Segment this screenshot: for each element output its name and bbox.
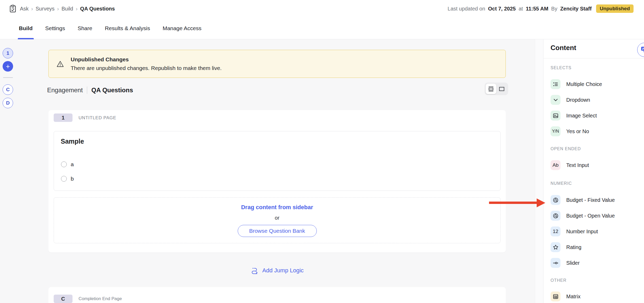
browse-question-bank-button[interactable]: Browse Question Bank — [238, 225, 317, 237]
single-view-icon — [498, 86, 505, 92]
rail-page-1-button[interactable]: 1 — [3, 48, 13, 58]
sidebar-title: Content — [551, 44, 576, 52]
single-view-toggle[interactable] — [496, 84, 507, 94]
last-updated-date: Oct 7, 2025 — [488, 6, 516, 12]
sidebar-item-label: Budget - Fixed Value — [566, 197, 615, 203]
question-card[interactable]: Sample a b — [54, 131, 501, 191]
text-input-icon: Ab — [551, 160, 560, 170]
scrollbar-track — [535, 39, 543, 303]
title-divider — [87, 86, 87, 94]
by-label: By — [551, 6, 557, 12]
clipboard-check-icon — [9, 5, 16, 13]
content-dropzone[interactable]: Drag content from sidebar or Browse Ques… — [54, 197, 501, 243]
section-label-open-ended: OPEN ENDED — [551, 147, 581, 151]
survey-page-card: 1 UNTITLED PAGE Sample a b Drag content … — [48, 110, 506, 252]
sidebar-item-label: Matrix — [566, 294, 580, 300]
breadcrumb-separator: › — [57, 6, 59, 12]
breadcrumb-separator: › — [76, 6, 77, 12]
unpublished-changes-banner: Unpublished Changes There are unpublishe… — [48, 50, 506, 78]
rail-completion-button[interactable]: C — [3, 84, 13, 95]
page-number-badge[interactable]: 1 — [54, 113, 73, 122]
breadcrumb-surveys[interactable]: Surveys — [36, 6, 54, 12]
banner-message: There are unpublished changes. Republish… — [71, 65, 222, 71]
translate-icon: A — [641, 46, 644, 53]
rail-disqualification-button[interactable]: D — [3, 98, 13, 108]
sidebar-item-label: Number Input — [566, 229, 598, 235]
jump-logic-label: Add Jump Logic — [262, 267, 304, 274]
budget-donut-icon — [551, 211, 560, 221]
view-toggle — [485, 83, 508, 95]
sidebar-item-label: Yes or No — [566, 128, 589, 134]
tab-share[interactable]: Share — [77, 17, 92, 39]
budget-donut-icon — [551, 195, 560, 205]
last-updated-time: 11:55 AM — [526, 6, 548, 12]
dropzone-drag-label: Drag content from sidebar — [241, 204, 313, 211]
breadcrumb-current: QA Questions — [80, 6, 115, 12]
tab-manage-access[interactable]: Manage Access — [163, 17, 201, 39]
image-icon — [551, 111, 560, 121]
add-jump-logic-button[interactable]: Add Jump Logic — [48, 263, 506, 278]
sidebar-item-label: Multiple Choice — [566, 81, 602, 87]
matrix-table-icon — [551, 291, 560, 301]
breadcrumb: Ask › Surveys › Build › QA Questions — [9, 5, 115, 13]
sidebar-item-text-input[interactable]: Ab Text Input — [551, 160, 589, 170]
last-updated-prefix: Last updated on — [448, 6, 485, 12]
tab-build[interactable]: Build — [19, 17, 33, 39]
breadcrumb-build[interactable]: Build — [62, 6, 73, 12]
answer-option: b — [61, 176, 74, 182]
completion-end-page-card: C Completion End Page — [48, 287, 506, 303]
completion-badge[interactable]: C — [54, 295, 73, 303]
section-label-numeric: NUMERIC — [551, 181, 572, 186]
sidebar-item-rating[interactable]: Rating — [551, 242, 581, 252]
sidebar-item-label: Slider — [566, 260, 580, 266]
sidebar-item-multiple-choice[interactable]: Multiple Choice — [551, 79, 602, 89]
slider-icon — [551, 258, 560, 268]
number-input-icon: 12 — [551, 226, 560, 236]
banner-title: Unpublished Changes — [71, 56, 222, 63]
warning-icon — [57, 61, 64, 67]
tab-settings[interactable]: Settings — [45, 17, 65, 39]
multiple-choice-icon — [551, 79, 560, 89]
sidebar-item-label: Image Select — [566, 113, 597, 119]
star-icon — [551, 242, 560, 252]
sidebar-item-matrix[interactable]: Matrix — [551, 291, 580, 301]
survey-name: Engagement — [47, 86, 83, 94]
sidebar-item-image-select[interactable]: Image Select — [551, 111, 597, 121]
dropzone-or-label: or — [275, 215, 280, 221]
sidebar-item-budget-open-value[interactable]: Budget - Open Value — [551, 211, 615, 221]
tab-bar: Build Settings Share Results & Analysis … — [0, 17, 644, 39]
breadcrumb-separator: › — [31, 6, 33, 12]
option-label: b — [71, 176, 74, 182]
answer-option: a — [61, 161, 74, 167]
last-updated-meta: Last updated on Oct 7, 2025 at 11:55 AM … — [448, 4, 634, 13]
page-title: Engagement QA Questions — [47, 86, 133, 94]
tab-results-analysis[interactable]: Results & Analysis — [105, 17, 150, 39]
list-view-toggle[interactable] — [486, 84, 496, 94]
rail-divider — [3, 77, 13, 78]
breadcrumb-ask[interactable]: Ask — [20, 6, 29, 12]
sidebar-item-yes-or-no[interactable]: Y/N Yes or No — [551, 126, 589, 136]
option-label: a — [71, 161, 74, 167]
sidebar-item-slider[interactable]: Slider — [551, 258, 580, 268]
tabs: Build Settings Share Results & Analysis … — [19, 17, 201, 39]
completion-label: Completion End Page — [79, 296, 122, 301]
annotation-arrow — [489, 202, 537, 204]
radio-button[interactable] — [61, 161, 67, 167]
sidebar-divider — [543, 58, 644, 58]
yes-no-icon: Y/N — [551, 126, 560, 136]
page-name-label: UNTITLED PAGE — [79, 115, 116, 121]
last-updated-author: Zencity Staff — [560, 6, 592, 12]
sidebar-item-dropdown[interactable]: Dropdown — [551, 95, 590, 105]
annotation-arrow-head — [537, 198, 545, 207]
jump-logic-icon — [251, 266, 259, 275]
radio-button[interactable] — [61, 176, 67, 182]
section-label-other: OTHER — [551, 278, 567, 283]
sidebar-item-label: Text Input — [566, 162, 589, 168]
chevron-down-icon — [551, 95, 560, 105]
rail-add-page-button[interactable]: + — [3, 61, 13, 72]
sidebar-item-number-input[interactable]: 12 Number Input — [551, 226, 598, 236]
translate-button[interactable]: A — [637, 43, 644, 57]
sidebar-item-budget-fixed-value[interactable]: Budget - Fixed Value — [551, 195, 615, 205]
list-view-icon — [487, 86, 495, 92]
status-badge: Unpublished — [596, 4, 634, 13]
